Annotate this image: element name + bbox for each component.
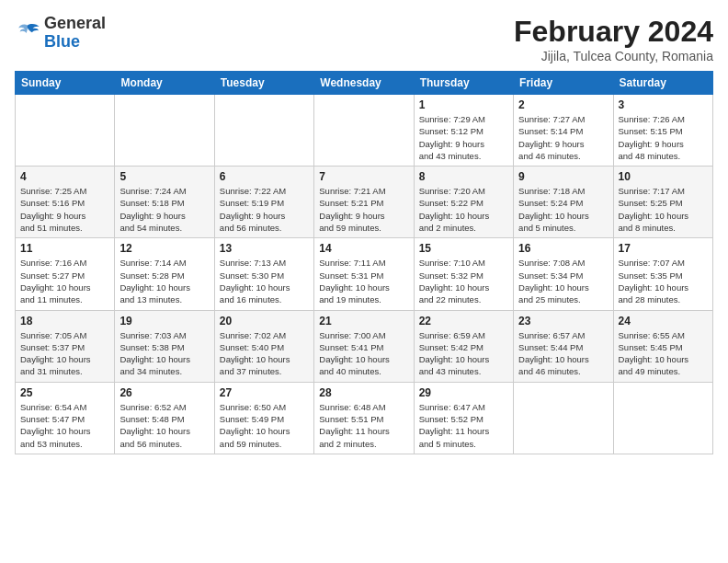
logo-text: General Blue: [44, 15, 106, 52]
day-number: 18: [20, 315, 109, 327]
day-info: Sunrise: 7:21 AMSunset: 5:21 PMDaylight:…: [319, 185, 408, 234]
column-header-tuesday: Tuesday: [214, 72, 313, 95]
day-info: Sunrise: 7:07 AMSunset: 5:35 PMDaylight:…: [619, 257, 708, 305]
day-number: 12: [119, 242, 209, 255]
day-number: 29: [419, 386, 508, 399]
day-number: 7: [319, 170, 408, 183]
calendar-cell: 23Sunrise: 6:57 AMSunset: 5:44 PMDayligh…: [514, 310, 613, 382]
day-number: 10: [619, 170, 708, 183]
day-info: Sunrise: 6:47 AMSunset: 5:52 PMDaylight:…: [419, 401, 508, 450]
calendar-cell: 1Sunrise: 7:29 AMSunset: 5:12 PMDaylight…: [414, 95, 513, 167]
day-info: Sunrise: 6:48 AMSunset: 5:51 PMDaylight:…: [319, 401, 408, 450]
calendar-cell: 10Sunrise: 7:17 AMSunset: 5:25 PMDayligh…: [613, 167, 712, 238]
calendar-cell: [214, 95, 313, 167]
day-number: 22: [419, 315, 508, 327]
day-number: 5: [119, 170, 209, 183]
calendar-cell: 27Sunrise: 6:50 AMSunset: 5:49 PMDayligh…: [214, 382, 313, 454]
calendar-cell: 29Sunrise: 6:47 AMSunset: 5:52 PMDayligh…: [414, 382, 513, 454]
day-number: 4: [20, 170, 109, 183]
day-info: Sunrise: 7:11 AMSunset: 5:31 PMDaylight:…: [319, 257, 408, 305]
calendar-cell: [115, 95, 214, 167]
day-info: Sunrise: 6:55 AMSunset: 5:45 PMDaylight:…: [619, 329, 708, 378]
calendar-cell: 17Sunrise: 7:07 AMSunset: 5:35 PMDayligh…: [613, 238, 712, 310]
calendar-cell: [613, 382, 712, 454]
day-number: 17: [619, 242, 708, 255]
calendar-cell: 22Sunrise: 6:59 AMSunset: 5:42 PMDayligh…: [414, 310, 513, 382]
calendar-week-row: 1Sunrise: 7:29 AMSunset: 5:12 PMDaylight…: [16, 95, 713, 167]
column-header-thursday: Thursday: [414, 72, 513, 95]
day-number: 13: [220, 242, 309, 255]
day-number: 19: [119, 315, 209, 327]
day-info: Sunrise: 7:24 AMSunset: 5:18 PMDaylight:…: [119, 185, 209, 234]
calendar-header-row: SundayMondayTuesdayWednesdayThursdayFrid…: [16, 72, 713, 95]
calendar-week-row: 11Sunrise: 7:16 AMSunset: 5:27 PMDayligh…: [16, 238, 713, 310]
day-number: 9: [518, 170, 608, 183]
calendar-cell: 18Sunrise: 7:05 AMSunset: 5:37 PMDayligh…: [16, 310, 115, 382]
page-header: General Blue February 2024 Jijila, Tulce…: [15, 15, 713, 63]
day-number: 20: [220, 315, 309, 327]
day-info: Sunrise: 7:27 AMSunset: 5:14 PMDaylight:…: [518, 113, 608, 162]
calendar-cell: 19Sunrise: 7:03 AMSunset: 5:38 PMDayligh…: [115, 310, 214, 382]
day-info: Sunrise: 7:14 AMSunset: 5:28 PMDaylight:…: [119, 257, 209, 305]
day-number: 28: [319, 386, 408, 399]
day-info: Sunrise: 7:18 AMSunset: 5:24 PMDaylight:…: [518, 185, 608, 234]
calendar-cell: 20Sunrise: 7:02 AMSunset: 5:40 PMDayligh…: [214, 310, 313, 382]
day-number: 25: [20, 386, 109, 399]
calendar-cell: 9Sunrise: 7:18 AMSunset: 5:24 PMDaylight…: [514, 167, 613, 238]
day-info: Sunrise: 7:05 AMSunset: 5:37 PMDaylight:…: [20, 329, 109, 378]
calendar-cell: 25Sunrise: 6:54 AMSunset: 5:47 PMDayligh…: [16, 382, 115, 454]
calendar-cell: 14Sunrise: 7:11 AMSunset: 5:31 PMDayligh…: [314, 238, 414, 310]
day-info: Sunrise: 6:54 AMSunset: 5:47 PMDaylight:…: [20, 401, 109, 450]
day-info: Sunrise: 7:03 AMSunset: 5:38 PMDaylight:…: [119, 329, 209, 378]
day-number: 16: [518, 242, 608, 255]
logo-bird-icon: [15, 20, 40, 46]
calendar-table: SundayMondayTuesdayWednesdayThursdayFrid…: [15, 71, 713, 454]
day-info: Sunrise: 7:08 AMSunset: 5:34 PMDaylight:…: [518, 257, 608, 305]
calendar-cell: 2Sunrise: 7:27 AMSunset: 5:14 PMDaylight…: [514, 95, 613, 167]
day-info: Sunrise: 7:29 AMSunset: 5:12 PMDaylight:…: [419, 113, 508, 162]
calendar-cell: 15Sunrise: 7:10 AMSunset: 5:32 PMDayligh…: [414, 238, 513, 310]
day-info: Sunrise: 7:26 AMSunset: 5:15 PMDaylight:…: [619, 113, 708, 162]
calendar-cell: [514, 382, 613, 454]
title-block: February 2024 Jijila, Tulcea County, Rom…: [514, 15, 713, 63]
calendar-week-row: 4Sunrise: 7:25 AMSunset: 5:16 PMDaylight…: [16, 167, 713, 238]
day-info: Sunrise: 7:10 AMSunset: 5:32 PMDaylight:…: [419, 257, 508, 305]
day-info: Sunrise: 6:59 AMSunset: 5:42 PMDaylight:…: [419, 329, 508, 378]
calendar-cell: 5Sunrise: 7:24 AMSunset: 5:18 PMDaylight…: [115, 167, 214, 238]
day-number: 24: [619, 315, 708, 327]
calendar-cell: 24Sunrise: 6:55 AMSunset: 5:45 PMDayligh…: [613, 310, 712, 382]
calendar-cell: 8Sunrise: 7:20 AMSunset: 5:22 PMDaylight…: [414, 167, 513, 238]
calendar-cell: [314, 95, 414, 167]
day-info: Sunrise: 7:13 AMSunset: 5:30 PMDaylight:…: [220, 257, 309, 305]
day-number: 3: [619, 98, 708, 111]
column-header-saturday: Saturday: [613, 72, 712, 95]
column-header-friday: Friday: [514, 72, 613, 95]
day-number: 27: [220, 386, 309, 399]
month-year-title: February 2024: [514, 15, 713, 49]
calendar-cell: 11Sunrise: 7:16 AMSunset: 5:27 PMDayligh…: [16, 238, 115, 310]
column-header-monday: Monday: [115, 72, 214, 95]
day-number: 8: [419, 170, 508, 183]
calendar-cell: 4Sunrise: 7:25 AMSunset: 5:16 PMDaylight…: [16, 167, 115, 238]
calendar-cell: 21Sunrise: 7:00 AMSunset: 5:41 PMDayligh…: [314, 310, 414, 382]
calendar-cell: 12Sunrise: 7:14 AMSunset: 5:28 PMDayligh…: [115, 238, 214, 310]
day-info: Sunrise: 7:22 AMSunset: 5:19 PMDaylight:…: [220, 185, 309, 234]
column-header-sunday: Sunday: [16, 72, 115, 95]
calendar-cell: 28Sunrise: 6:48 AMSunset: 5:51 PMDayligh…: [314, 382, 414, 454]
location-subtitle: Jijila, Tulcea County, Romania: [514, 49, 713, 63]
day-info: Sunrise: 7:16 AMSunset: 5:27 PMDaylight:…: [20, 257, 109, 305]
column-header-wednesday: Wednesday: [314, 72, 414, 95]
day-info: Sunrise: 7:20 AMSunset: 5:22 PMDaylight:…: [419, 185, 508, 234]
day-info: Sunrise: 6:50 AMSunset: 5:49 PMDaylight:…: [220, 401, 309, 450]
day-number: 11: [20, 242, 109, 255]
day-number: 23: [518, 315, 608, 327]
calendar-week-row: 18Sunrise: 7:05 AMSunset: 5:37 PMDayligh…: [16, 310, 713, 382]
logo: General Blue: [15, 15, 106, 52]
day-number: 14: [319, 242, 408, 255]
day-number: 21: [319, 315, 408, 327]
day-number: 15: [419, 242, 508, 255]
day-info: Sunrise: 7:17 AMSunset: 5:25 PMDaylight:…: [619, 185, 708, 234]
day-number: 26: [119, 386, 209, 399]
day-info: Sunrise: 7:25 AMSunset: 5:16 PMDaylight:…: [20, 185, 109, 234]
day-info: Sunrise: 7:02 AMSunset: 5:40 PMDaylight:…: [220, 329, 309, 378]
